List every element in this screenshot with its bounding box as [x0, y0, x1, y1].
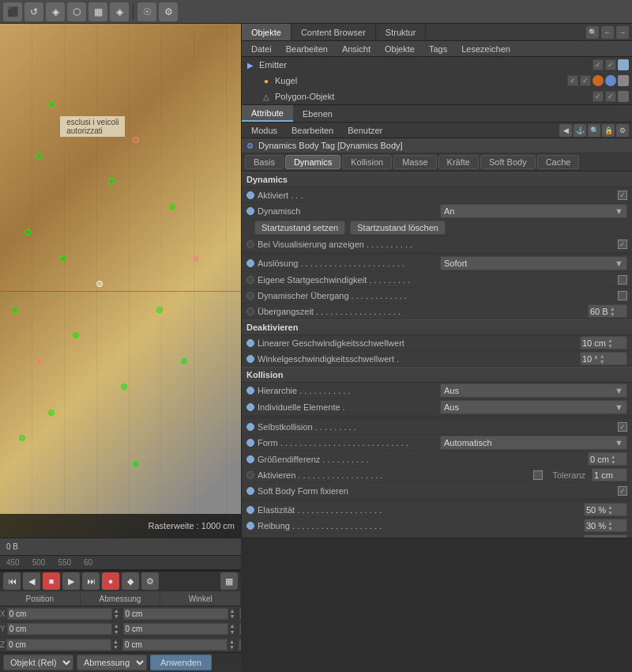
kugel-tag-icon2[interactable]	[605, 75, 616, 86]
emitter-color-swatch[interactable]	[618, 59, 629, 70]
btn-record[interactable]: ●	[102, 572, 119, 590]
field-pos-z[interactable]: ▲ ▼	[5, 639, 121, 651]
radio-winkel[interactable]	[246, 355, 254, 363]
select-hierarchie[interactable]: Aus ▼	[440, 383, 627, 398]
object-emitter[interactable]: ▶ Emitter ✓ ✓	[242, 57, 632, 73]
polygon-vis-cb[interactable]: ✓	[592, 91, 604, 102]
radio-uebergang[interactable]	[246, 292, 254, 300]
input-pos-x[interactable]	[7, 608, 112, 620]
radio-visualisierung[interactable]	[246, 240, 254, 248]
stepper-abm-z[interactable]: ▲ ▼	[229, 639, 235, 651]
toolbar-icon-8[interactable]: ⚙	[159, 2, 178, 21]
btn-timeline-expand[interactable]: ▦	[220, 572, 238, 590]
field-toleranz[interactable]: 1 cm	[592, 468, 627, 481]
emitter-vis-cb[interactable]: ✓	[592, 59, 604, 70]
toolbar-icon-6[interactable]: ◈	[110, 2, 129, 21]
object-kugel[interactable]: ● Kugel ✓ ✓	[242, 73, 632, 89]
subtab-kraefte[interactable]: Kräfte	[438, 155, 479, 169]
check-softbody-form[interactable]	[618, 486, 627, 496]
anwenden-button[interactable]: Anwenden	[150, 655, 212, 670]
toolbar-icon-1[interactable]: ⬛	[3, 2, 22, 21]
toolbar-icon-2[interactable]: ↺	[24, 2, 43, 21]
field-abm-y[interactable]: ▲ ▼	[122, 623, 238, 635]
stepper-pos-y[interactable]: ▲ ▼	[114, 623, 119, 635]
arrows-uebergangszeit[interactable]: ▲ ▼	[610, 306, 615, 317]
select-individuelle[interactable]: Aus ▼	[440, 400, 627, 414]
radio-dynamisch[interactable]	[246, 207, 254, 215]
radio-uebergangszeit[interactable]	[246, 308, 254, 315]
subtab-kollision[interactable]: Kollision	[342, 155, 392, 169]
menu-lesezeichen[interactable]: Lesezeichen	[455, 43, 517, 55]
menu-modus[interactable]: Modus	[245, 124, 284, 137]
field-winkel[interactable]: 10 ° ▲ ▼	[580, 352, 627, 365]
check-uebergang[interactable]	[618, 291, 627, 300]
select-ausloesung[interactable]: Sofort ▼	[440, 256, 627, 270]
subtab-softbody[interactable]: Soft Body	[480, 155, 536, 169]
kugel-color[interactable]	[618, 75, 629, 86]
subtab-masse[interactable]: Masse	[393, 155, 436, 169]
btn-play-back[interactable]: ◀	[23, 572, 40, 590]
toolbar-icon-4[interactable]: ⬡	[67, 2, 86, 21]
search2-icon[interactable]: 🔍	[588, 124, 600, 137]
toolbar-icon-5[interactable]: ▦	[88, 2, 107, 21]
btn-settings2[interactable]: ⚙	[141, 572, 159, 590]
input-pos-z[interactable]	[6, 639, 111, 651]
stepper-pos-z[interactable]: ▲ ▼	[113, 639, 118, 651]
menu-datei[interactable]: Datei	[245, 43, 278, 55]
emitter-render-cb[interactable]: ✓	[605, 59, 616, 70]
radio-softbody-form[interactable]	[246, 487, 254, 495]
field-uebergangszeit[interactable]: 60 B ▲ ▼	[588, 304, 627, 318]
menu-tags[interactable]: Tags	[423, 43, 453, 55]
field-pos-x[interactable]: ▲ ▼	[6, 608, 122, 620]
menu-bearbeiten[interactable]: Bearbeiten	[280, 43, 334, 55]
btn-play[interactable]: ▶	[62, 572, 80, 590]
btn-startzustand[interactable]: Startzustand setzen	[254, 221, 345, 235]
radio-linear[interactable]	[246, 339, 254, 347]
tab-ebenen[interactable]: Ebenen	[293, 105, 342, 122]
viewport[interactable]: esclusi i veicoliautorizzati Rasterweite…	[0, 24, 241, 538]
radio-reibung[interactable]	[246, 522, 254, 530]
toolbar-icon-3[interactable]: ◈	[46, 2, 65, 21]
anchor-icon[interactable]: ⚓	[574, 124, 586, 137]
radio-startgeschwindigkeit[interactable]	[246, 276, 254, 284]
menu-objekte[interactable]: Objekte	[378, 43, 421, 55]
radio-groessendifferenz[interactable]	[246, 455, 254, 463]
radio-hierarchie[interactable]	[246, 387, 254, 395]
menu-benutzer[interactable]: Benutzer	[341, 124, 389, 137]
kugel-render-cb[interactable]: ✓	[580, 75, 591, 86]
btn-stop[interactable]: ■	[43, 572, 60, 590]
menu-bearbeiten2[interactable]: Bearbeiten	[285, 124, 340, 137]
input-abm-y[interactable]	[123, 623, 228, 635]
check-startgeschwindigkeit[interactable]	[618, 275, 627, 285]
search-icon[interactable]: 🔍	[586, 26, 599, 39]
toolbar-icon-7[interactable]: ☉	[137, 2, 156, 21]
field-linear[interactable]: 10 cm ▲ ▼	[580, 336, 627, 349]
kugel-tag-icon[interactable]	[592, 75, 604, 86]
radio-elastizitaet[interactable]	[246, 506, 254, 514]
check-visualisierung[interactable]	[618, 240, 627, 249]
radio-individuelle[interactable]	[246, 403, 254, 411]
radio-form[interactable]	[246, 439, 254, 447]
arrow-up-uebergangszeit[interactable]: ▲	[610, 306, 615, 311]
polygon-render-cb[interactable]: ✓	[605, 91, 616, 102]
input-abm-z[interactable]	[122, 639, 228, 651]
btn-next-frame[interactable]: ⏭	[82, 572, 100, 590]
tab-attribute[interactable]: Attribute	[242, 105, 293, 122]
tab-objekte[interactable]: Objekte	[242, 24, 292, 40]
left-arrow-icon[interactable]: ◀	[559, 124, 572, 137]
tab-struktur[interactable]: Struktur	[376, 24, 427, 40]
field-abm-x[interactable]: ▲ ▼	[122, 608, 238, 620]
polygon-color[interactable]	[618, 91, 629, 102]
check-selbstkollision[interactable]	[618, 422, 627, 432]
subtab-cache[interactable]: Cache	[537, 155, 580, 169]
field-pos-y[interactable]: ▲ ▼	[6, 623, 122, 635]
tab-content-browser[interactable]: Content Browser	[292, 24, 376, 40]
arrow-down-uebergangszeit[interactable]: ▼	[610, 311, 615, 317]
subtab-dynamics[interactable]: Dynamics	[285, 155, 340, 169]
abmessung-select[interactable]: Abmessung	[77, 655, 147, 670]
input-abm-x[interactable]	[123, 608, 228, 620]
btn-keyframe[interactable]: ◆	[122, 572, 139, 590]
field-reibung[interactable]: 30 % ▲ ▼	[584, 519, 627, 532]
settings-icon[interactable]: ⚙	[616, 124, 629, 137]
select-dynamisch[interactable]: An ▼	[440, 204, 627, 218]
